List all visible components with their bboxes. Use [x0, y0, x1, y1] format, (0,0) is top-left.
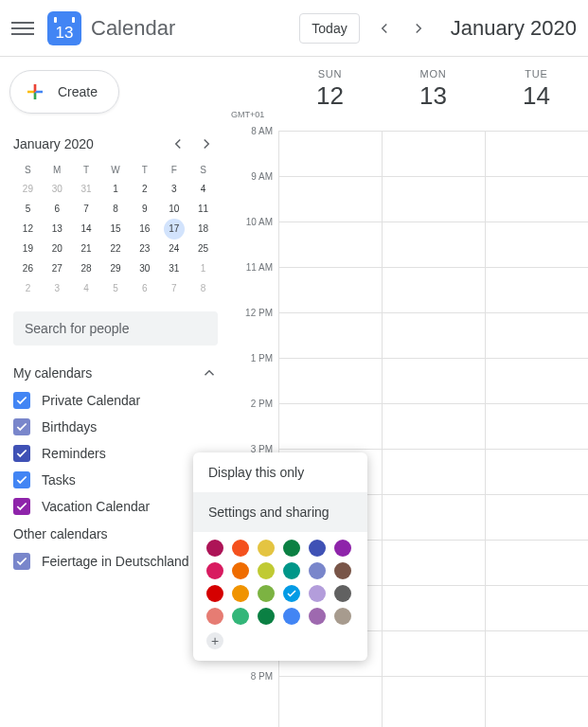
color-swatch[interactable] [283, 608, 300, 625]
mini-date-cell[interactable]: 9 [130, 199, 159, 219]
hour-row[interactable]: 11 AM [278, 267, 588, 312]
day-column-header[interactable]: MON13 [382, 57, 485, 111]
next-period-button[interactable] [403, 13, 434, 44]
calendar-item[interactable]: Reminders [13, 440, 218, 467]
color-swatch[interactable] [232, 562, 249, 579]
settings-sharing-item[interactable]: Settings and sharing [193, 492, 367, 532]
mini-date-cell[interactable]: 8 [188, 278, 218, 298]
calendar-item[interactable]: Private Calendar [13, 387, 218, 414]
mini-date-cell[interactable]: 3 [43, 278, 72, 298]
mini-date-cell[interactable]: 31 [159, 258, 188, 278]
add-custom-color-button[interactable]: + [206, 632, 223, 649]
mini-date-cell[interactable]: 7 [72, 199, 101, 219]
period-title[interactable]: January 2020 [451, 16, 577, 41]
mini-date-cell[interactable]: 12 [13, 219, 43, 239]
mini-date-cell[interactable]: 29 [101, 258, 131, 278]
color-swatch[interactable] [334, 585, 351, 602]
mini-date-cell[interactable]: 22 [101, 239, 131, 258]
search-people-input[interactable]: Search for people [13, 311, 218, 346]
mini-date-cell[interactable]: 8 [101, 199, 131, 219]
calendar-item[interactable]: Tasks [13, 467, 218, 493]
color-swatch[interactable] [258, 585, 275, 602]
calendar-checkbox[interactable] [13, 553, 30, 570]
color-swatch[interactable] [334, 540, 351, 557]
mini-date-cell[interactable]: 17 [159, 219, 188, 239]
color-swatch[interactable] [232, 608, 249, 625]
mini-date-cell[interactable]: 19 [13, 239, 43, 258]
mini-date-cell[interactable]: 26 [13, 258, 43, 278]
color-swatch[interactable] [206, 585, 223, 602]
my-calendars-header[interactable]: My calendars [13, 359, 218, 387]
mini-date-cell[interactable]: 20 [43, 239, 72, 258]
mini-date-cell[interactable]: 13 [43, 219, 72, 239]
mini-date-cell[interactable]: 23 [130, 239, 159, 258]
calendar-item[interactable]: Vacation Calendar [13, 493, 218, 520]
calendar-checkbox[interactable] [13, 445, 30, 462]
mini-next-button[interactable] [195, 133, 218, 155]
mini-date-cell[interactable]: 2 [13, 278, 43, 298]
mini-date-cell[interactable]: 3 [159, 179, 188, 199]
color-swatch[interactable] [283, 562, 300, 579]
color-swatch[interactable] [309, 585, 326, 602]
day-column-header[interactable]: TUE14 [485, 57, 588, 111]
prev-period-button[interactable] [369, 13, 400, 44]
color-swatch[interactable] [283, 540, 300, 557]
mini-date-cell[interactable]: 1 [188, 258, 218, 278]
mini-date-cell[interactable]: 11 [188, 199, 218, 219]
calendar-checkbox[interactable] [13, 392, 30, 409]
color-swatch[interactable] [309, 540, 326, 557]
mini-date-cell[interactable]: 31 [72, 179, 101, 199]
mini-date-cell[interactable]: 6 [43, 199, 72, 219]
color-swatch[interactable] [258, 562, 275, 579]
color-swatch[interactable] [206, 540, 223, 557]
calendar-item[interactable]: Birthdays [13, 414, 218, 440]
color-swatch[interactable] [334, 608, 351, 625]
mini-date-cell[interactable]: 5 [13, 199, 43, 219]
mini-date-cell[interactable]: 4 [188, 179, 218, 199]
mini-date-cell[interactable]: 25 [188, 239, 218, 258]
color-swatch[interactable] [283, 585, 300, 602]
mini-date-cell[interactable]: 2 [130, 179, 159, 199]
color-swatch[interactable] [334, 562, 351, 579]
mini-date-cell[interactable]: 18 [188, 219, 218, 239]
hour-row[interactable]: 2 PM [278, 403, 588, 449]
mini-date-cell[interactable]: 15 [101, 219, 131, 239]
calendar-item[interactable]: Feiertage in Deutschland [13, 548, 218, 575]
calendar-checkbox[interactable] [13, 471, 30, 488]
calendar-logo-icon[interactable]: 13 [47, 11, 81, 45]
mini-date-cell[interactable]: 27 [43, 258, 72, 278]
mini-date-cell[interactable]: 16 [130, 219, 159, 239]
other-calendars-header[interactable]: Other calendars [13, 520, 218, 548]
day-column-header[interactable]: SUN12 [278, 57, 382, 111]
create-button[interactable]: Create [9, 70, 119, 114]
color-swatch[interactable] [232, 585, 249, 602]
color-swatch[interactable] [258, 540, 275, 557]
hour-row[interactable]: 9 AM [278, 176, 588, 222]
mini-date-cell[interactable]: 29 [13, 179, 43, 199]
color-swatch[interactable] [258, 608, 275, 625]
mini-prev-button[interactable] [167, 133, 189, 155]
mini-date-cell[interactable]: 10 [159, 199, 188, 219]
mini-date-cell[interactable]: 5 [101, 278, 131, 298]
mini-date-cell[interactable]: 14 [72, 219, 101, 239]
mini-date-cell[interactable]: 24 [159, 239, 188, 258]
mini-date-cell[interactable]: 1 [101, 179, 131, 199]
mini-calendar-title[interactable]: January 2020 [13, 136, 94, 151]
mini-date-cell[interactable]: 7 [159, 278, 188, 298]
color-swatch[interactable] [309, 608, 326, 625]
hour-row[interactable]: 10 AM [278, 222, 588, 267]
color-swatch[interactable] [206, 608, 223, 625]
today-button[interactable]: Today [299, 13, 359, 44]
mini-date-cell[interactable]: 4 [72, 278, 101, 298]
color-swatch[interactable] [232, 540, 249, 557]
calendar-checkbox[interactable] [13, 498, 30, 515]
mini-date-cell[interactable]: 28 [72, 258, 101, 278]
hour-row[interactable]: 1 PM [278, 358, 588, 403]
menu-icon[interactable] [11, 22, 34, 35]
mini-date-cell[interactable]: 6 [130, 278, 159, 298]
color-swatch[interactable] [206, 562, 223, 579]
hour-row[interactable]: 8 PM [278, 676, 588, 721]
hour-row[interactable]: 8 AM [278, 131, 588, 176]
mini-date-cell[interactable]: 21 [72, 239, 101, 258]
mini-date-cell[interactable]: 30 [130, 258, 159, 278]
